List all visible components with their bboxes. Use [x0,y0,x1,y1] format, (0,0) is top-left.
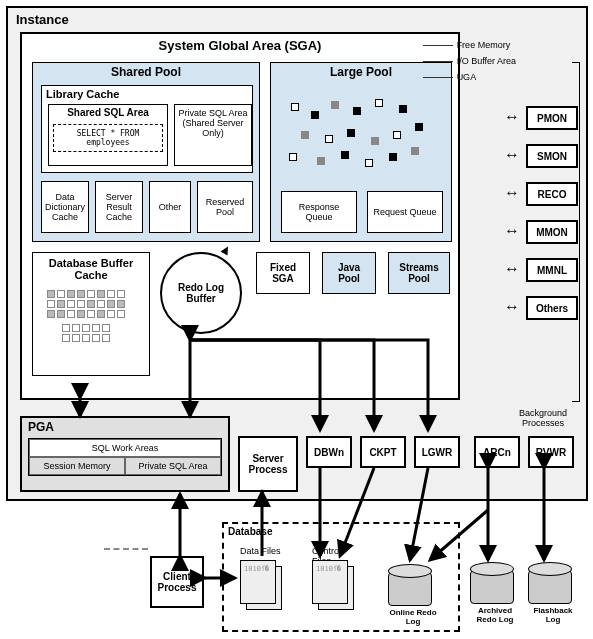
database-label: Database [228,526,272,537]
client-dashed-line [104,548,148,550]
bg-processes-label: Background Processes [508,408,578,428]
legend-uga: UGA [457,70,477,84]
streams-pool: Streams Pool [388,252,450,294]
sql-statement: SELECT * FROM employees [53,124,163,152]
arcn-process: ARCn [474,436,520,468]
bg-mmon: MMON [526,220,578,244]
database-buffer-cache: Database Buffer Cache [32,252,150,376]
legend: Free Memory I/O Buffer Area UGA [423,38,516,86]
ckpt-process: CKPT [360,436,406,468]
bg-pmon: PMON [526,106,578,130]
bg-bracket [572,62,580,402]
data-files: Data Files [240,560,286,616]
sga-container: System Global Area (SGA) Shared Pool Lib… [20,32,460,400]
server-result-cache: Server Result Cache [95,181,143,233]
other-pool: Other [149,181,191,233]
shared-pool: Shared Pool Library Cache Shared SQL Are… [32,62,260,242]
private-sql-area: Private SQL Area (Shared Server Only) [174,104,252,166]
java-pool: Java Pool [322,252,376,294]
dbc-title: Database Buffer Cache [33,253,149,285]
shared-sql-area: Shared SQL Area SELECT * FROM employees [48,104,168,166]
instance-title: Instance [16,12,69,27]
archived-redo-label: Archived Redo Log [470,606,520,624]
lgwr-process: LGWR [414,436,460,468]
server-process: Server Process [238,436,298,492]
library-cache-title: Library Cache [42,86,252,102]
pga-private-sql: Private SQL Area [125,457,221,475]
library-cache: Library Cache Shared SQL Area SELECT * F… [41,85,253,173]
reserved-pool: Reserved Pool [197,181,253,233]
online-redo-label: Online Redo Log [388,608,438,626]
flashback-log: Flashback Log [528,562,578,612]
data-dictionary-cache: Data Dictionary Cache [41,181,89,233]
large-pool-dots [281,93,443,173]
legend-free: Free Memory [457,38,511,52]
online-redo-log: Online Redo Log [388,564,438,614]
instance-container: Instance System Global Area (SGA) Shared… [6,6,588,501]
rvwr-process: RVWR [528,436,574,468]
bg-mmnl: MMNL [526,258,578,282]
archived-redo-log: Archived Redo Log [470,562,520,612]
server-process-label: Server Process [240,453,296,475]
control-files: Control Files [312,560,358,616]
pga-session-memory: Session Memory [29,457,125,475]
shared-sql-title: Shared SQL Area [49,105,167,120]
bg-reco: RECO [526,182,578,206]
client-process-label: Client Process [152,571,202,593]
data-files-label: Data Files [240,546,290,556]
request-queue: Request Queue [367,191,443,233]
response-queue: Response Queue [281,191,357,233]
pga-work-areas: SQL Work Areas [29,439,221,457]
dbwn-process: DBWn [306,436,352,468]
large-pool: Large Pool Response Queue Request Queue [270,62,452,242]
redo-label: Redo Log Buffer [162,282,240,304]
bg-others: Others [526,296,578,320]
pga-title: PGA [22,418,228,436]
sga-title: System Global Area (SGA) [22,34,458,57]
flashback-label: Flashback Log [528,606,578,624]
client-process: Client Process [150,556,204,608]
bg-smon: SMON [526,144,578,168]
dbc-grid-small [61,323,121,343]
database-container: Database Data Files Control Files Online… [222,522,460,632]
fixed-sga: Fixed SGA [256,252,310,294]
shared-pool-title: Shared Pool [33,63,259,81]
pga-container: PGA SQL Work Areas Session Memory Privat… [20,416,230,492]
dbc-grid [46,289,136,319]
redo-log-buffer: Redo Log Buffer [160,252,242,334]
legend-io: I/O Buffer Area [457,54,516,68]
